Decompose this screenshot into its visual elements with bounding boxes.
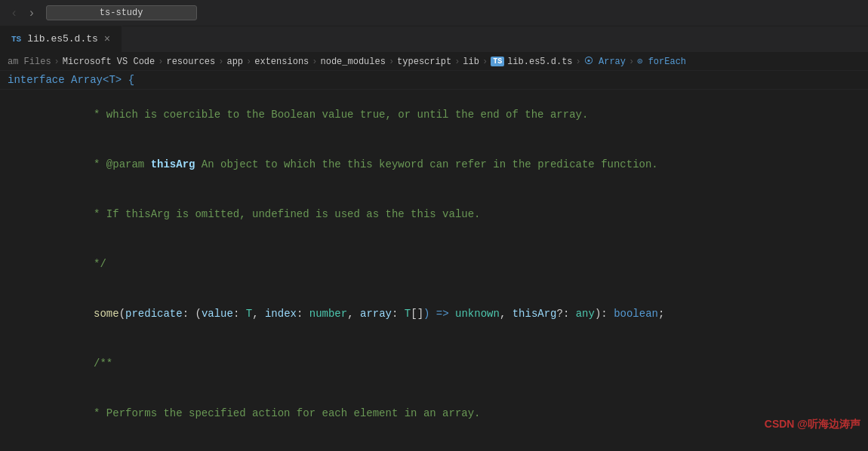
tab-close-button[interactable]: × xyxy=(104,33,110,45)
search-bar[interactable]: ts-study xyxy=(46,5,197,20)
code-token: : xyxy=(297,308,309,320)
code-token: index xyxy=(265,308,297,320)
code-token: ) => xyxy=(423,308,455,320)
interface-line: interface Array<T> { xyxy=(0,71,868,90)
table-row: /** xyxy=(0,339,868,388)
tab-filename: lib.es5.d.ts xyxy=(27,33,98,44)
code-token xyxy=(68,308,94,320)
tab-bar: TS lib.es5.d.ts × xyxy=(0,26,868,53)
file-tab[interactable]: TS lib.es5.d.ts × xyxy=(0,26,122,52)
code-token: * @param xyxy=(68,158,150,170)
code-area: * which is coercible to the Boolean valu… xyxy=(0,90,868,447)
code-token: ; xyxy=(658,308,664,320)
code-token: predicate xyxy=(125,308,183,320)
watermark-text: CSDN @听海边涛声 xyxy=(765,417,860,432)
table-row: * If thisArg is omitted, undefined is us… xyxy=(0,189,868,239)
nav-back-button[interactable]: ‹ xyxy=(8,5,20,21)
code-token: boolean xyxy=(614,308,658,320)
code-token: An object to which the this keyword can … xyxy=(195,158,657,170)
code-token: value xyxy=(202,308,233,320)
code-token: thisArg xyxy=(151,158,195,170)
code-token: ( xyxy=(119,308,125,320)
code-token: : xyxy=(233,308,246,320)
code-token: thisArg xyxy=(512,308,557,320)
code-token: T xyxy=(405,308,411,320)
nav-forward-button[interactable]: › xyxy=(25,5,38,21)
code-token: : xyxy=(392,308,405,320)
code-token: * Performs the specified action for each… xyxy=(68,407,480,419)
code-token: ): xyxy=(595,308,614,320)
code-token: , xyxy=(500,308,512,320)
code-token: , xyxy=(347,308,360,320)
code-token: unknown xyxy=(455,308,500,320)
table-row: * @param callbackfn A function that acce… xyxy=(0,438,868,447)
code-token: */ xyxy=(68,258,106,270)
code-token: , xyxy=(252,308,265,320)
code-token: array xyxy=(360,308,392,320)
table-row: * Performs the specified action for each… xyxy=(0,388,868,438)
code-token: * which is coercible to the Boolean valu… xyxy=(68,109,588,121)
code-token: some xyxy=(94,308,119,320)
table-row: */ xyxy=(0,239,868,289)
watermark: CSDN @听海边涛声 xyxy=(765,417,860,432)
code-token: T xyxy=(246,308,252,320)
code-token: : ( xyxy=(183,308,202,320)
code-token: number xyxy=(309,308,347,320)
table-row: * which is coercible to the Boolean valu… xyxy=(0,90,868,140)
breadcrumb-foreach[interactable]: ⊙ forEach xyxy=(637,56,686,67)
title-bar: ‹ › ts-study xyxy=(0,0,868,26)
code-token: * If thisArg is omitted, undefined is us… xyxy=(68,208,480,220)
table-row: some(predicate: (value: T, index: number… xyxy=(0,289,868,339)
nav-buttons: ‹ › xyxy=(8,5,38,21)
code-token: [] xyxy=(411,308,423,320)
tab-ts-icon: TS xyxy=(11,35,21,44)
code-token: any xyxy=(576,308,595,320)
breadcrumb-ts-badge: TS xyxy=(491,57,504,66)
code-token: ?: xyxy=(557,308,576,320)
breadcrumb: am Files › Microsoft VS Code › resources… xyxy=(0,53,868,71)
code-token: /** xyxy=(68,357,112,370)
breadcrumb-prog-files: am Files xyxy=(8,57,51,67)
table-row: * @param thisArg An object to which the … xyxy=(0,140,868,189)
breadcrumb-array[interactable]: ⦿ Array xyxy=(584,56,626,67)
